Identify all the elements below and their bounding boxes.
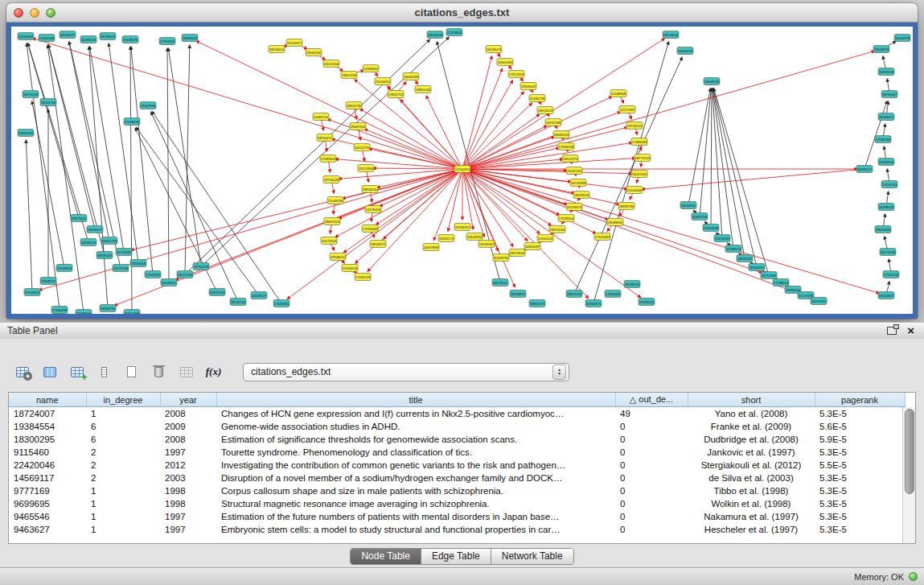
graph-node[interactable]: 17465229	[355, 274, 371, 281]
graph-node[interactable]: 17268435	[124, 118, 140, 126]
graph-node[interactable]: 21178403	[365, 206, 381, 213]
graph-node[interactable]: 19264807	[878, 292, 894, 299]
graph-edge[interactable]	[462, 68, 503, 169]
graph-node[interactable]: 19305647	[520, 83, 536, 90]
graph-edge[interactable]	[185, 39, 430, 274]
graph-edge[interactable]	[462, 169, 596, 233]
graph-edge[interactable]	[462, 169, 540, 233]
table-scrollbar[interactable]	[902, 407, 915, 543]
graph-edge[interactable]	[89, 47, 108, 308]
graph-node[interactable]: 19026458	[427, 31, 443, 39]
graph-node[interactable]: 16789023	[878, 204, 894, 211]
graph-edge[interactable]	[462, 56, 492, 169]
graph-node[interactable]: 19826043	[182, 35, 198, 42]
graph-node[interactable]: 17290465	[362, 225, 378, 233]
graph-node[interactable]: 18602118	[341, 72, 357, 79]
graph-edge[interactable]	[574, 57, 682, 294]
graph-node[interactable]: 19852470	[529, 300, 545, 307]
graph-node[interactable]: 18570643	[509, 249, 525, 257]
graph-node[interactable]: 16498205	[80, 36, 97, 43]
graph-node[interactable]: 20594371	[878, 113, 894, 121]
graph-node[interactable]: 17814209	[508, 71, 524, 78]
graph-node[interactable]: 21154049	[626, 187, 643, 194]
graph-node[interactable]: 20184576	[122, 36, 138, 43]
graph-node[interactable]: 20617358	[124, 310, 140, 315]
graph-edge[interactable]	[642, 169, 864, 189]
graph-node[interactable]: 15184457	[454, 224, 470, 231]
graph-node[interactable]: 20387416	[692, 213, 708, 220]
graph-node[interactable]: 17298604	[773, 279, 789, 286]
graph-node[interactable]: 19089691	[607, 219, 623, 226]
graph-edge[interactable]	[462, 159, 563, 169]
graph-node[interactable]: 16644395	[403, 73, 419, 80]
graph-edge[interactable]	[33, 39, 462, 169]
graph-node[interactable]: 19861305	[415, 86, 431, 93]
graph-node[interactable]: 18364925	[749, 264, 765, 271]
graph-node[interactable]: 17485083	[631, 138, 647, 146]
graph-edge[interactable]	[462, 169, 632, 174]
graph-node[interactable]: 18257396	[545, 119, 561, 126]
graph-edge[interactable]	[462, 169, 619, 204]
graph-node[interactable]: 16075298	[23, 91, 39, 98]
graph-node[interactable]: 19063527	[60, 31, 76, 39]
graph-node[interactable]: 18936150	[362, 186, 378, 193]
graph-node[interactable]: 19407856	[140, 102, 156, 109]
graph-node[interactable]: 19648372	[370, 241, 386, 248]
table-settings-button[interactable]	[11, 361, 33, 382]
graph-node[interactable]: 18472065	[177, 271, 193, 278]
delete-button[interactable]	[148, 361, 170, 382]
graph-node[interactable]: 20945012	[639, 299, 655, 306]
graph-edge[interactable]	[152, 111, 281, 303]
graph-node[interactable]: 19565340	[306, 49, 322, 56]
graph-edge[interactable]	[335, 169, 462, 237]
graph-node[interactable]: 19734028	[323, 176, 339, 183]
column-header-in_degree[interactable]: in_degree	[86, 393, 160, 407]
graph-node[interactable]: 19734103	[626, 122, 643, 130]
graph-node[interactable]: 17036284	[875, 136, 891, 143]
function-builder-button[interactable]: f(x)	[203, 361, 224, 382]
float-panel-icon[interactable]	[887, 327, 897, 335]
table-row[interactable]: 1872400712008Changes of HCN gene express…	[9, 407, 905, 421]
graph-node[interactable]: 21045336	[327, 197, 343, 204]
graph-node[interactable]: 17652048	[703, 225, 719, 232]
graph-node[interactable]: 18540396	[875, 226, 891, 233]
graph-node[interactable]: 19640875	[873, 46, 889, 53]
graph-node[interactable]: 16532978	[894, 35, 910, 42]
graph-node[interactable]: 18429516	[573, 192, 589, 199]
graph-node[interactable]: 21350764	[881, 181, 897, 188]
graph-node[interactable]: 17905234	[883, 271, 899, 278]
graph-node[interactable]: 18907423	[566, 290, 582, 298]
graph-node[interactable]: 17430268	[51, 307, 68, 314]
graph-node[interactable]: 18775105	[634, 154, 651, 162]
graph-node[interactable]: 16012304	[323, 60, 339, 68]
graph-node[interactable]: 21038467	[161, 279, 177, 286]
graph-node[interactable]: 18995784	[618, 203, 634, 210]
column-header-out_de[interactable]: △ out_de...	[615, 393, 688, 407]
graph-edge[interactable]	[185, 45, 190, 274]
graph-node[interactable]: 15873042	[71, 215, 87, 222]
show-columns-button[interactable]	[39, 361, 60, 382]
table-row[interactable]: 969969511998Structural magnetic resonanc…	[9, 497, 905, 510]
graph-node[interactable]: 20351784	[101, 237, 117, 245]
graph-node[interactable]: 16730958	[570, 179, 586, 187]
scrollbar-thumb[interactable]	[905, 409, 914, 494]
graph-node[interactable]: 20930184	[18, 130, 34, 137]
graph-edge[interactable]	[700, 89, 711, 216]
graph-edge[interactable]	[462, 169, 879, 293]
graph-node[interactable]: 20561483	[497, 59, 513, 66]
graph-node[interactable]: 17638204	[558, 215, 574, 222]
graph-node[interactable]: 17842096	[39, 35, 55, 42]
import-table-button[interactable]	[66, 361, 88, 382]
graph-node[interactable]: 15953018	[878, 68, 894, 76]
graph-node[interactable]: 20683154	[553, 131, 569, 138]
graph-node[interactable]: 19348207	[40, 278, 56, 285]
graph-node[interactable]: 16837204	[209, 289, 225, 296]
graph-edge[interactable]	[47, 45, 84, 313]
graph-node[interactable]: 21374805	[446, 29, 462, 36]
graph-node[interactable]: 21302416	[537, 235, 553, 242]
graph-node[interactable]: 16521804	[358, 165, 374, 172]
graph-node[interactable]: 16205837	[510, 290, 526, 298]
graph-node[interactable]: 16820437	[737, 255, 753, 262]
graph-edge[interactable]	[688, 89, 710, 205]
graph-edge[interactable]	[462, 80, 513, 169]
